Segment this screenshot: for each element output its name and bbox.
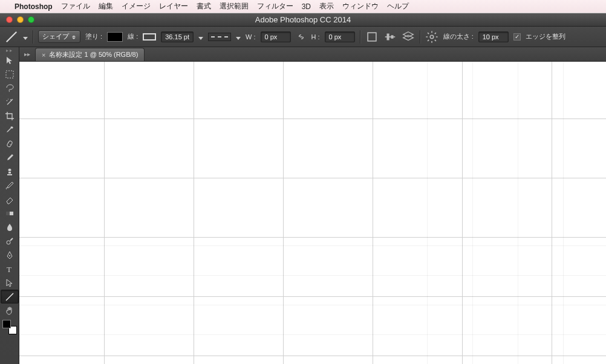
svg-marker-11 <box>403 35 413 40</box>
zoom-window-button[interactable] <box>28 16 34 23</box>
window-titlebar: Adobe Photoshop CC 2014 <box>0 13 606 27</box>
svg-rect-8 <box>386 33 389 40</box>
toolbox: ▸▸ T <box>0 47 19 364</box>
line-tool[interactable] <box>1 290 19 304</box>
separator <box>360 30 360 44</box>
options-bar: シェイプ 塗り : 線 : 36.15 pt W : 0 px H : 0 px… <box>0 27 606 47</box>
menu-3d[interactable]: 3D <box>302 2 311 11</box>
gear-icon[interactable] <box>425 30 438 44</box>
gradient-tool[interactable] <box>1 206 19 220</box>
stroke-label: 線 : <box>128 32 138 41</box>
heal-tool[interactable] <box>1 137 19 151</box>
document-area: ▸▸ × 名称未設定 1 @ 50% (RGB/8) <box>19 47 606 364</box>
svg-line-0 <box>7 31 17 42</box>
path-arrange-icon[interactable] <box>402 30 415 44</box>
fg-bg-colors[interactable] <box>0 317 19 337</box>
align-edges-label: エッジを整列 <box>526 32 565 41</box>
svg-marker-1 <box>23 37 28 40</box>
eraser-tool[interactable] <box>1 192 19 206</box>
svg-point-15 <box>8 142 8 143</box>
svg-rect-13 <box>6 71 13 78</box>
close-tab-icon[interactable]: × <box>42 51 45 59</box>
path-operations-icon[interactable] <box>365 30 379 44</box>
stroke-width-dropdown[interactable] <box>198 34 203 39</box>
width-label: W : <box>246 33 256 41</box>
menu-window[interactable]: ウィンドウ <box>342 1 379 11</box>
link-dimensions-icon[interactable] <box>296 31 307 42</box>
align-edges-checkbox[interactable]: ✓ <box>513 33 521 41</box>
stamp-tool[interactable] <box>1 164 19 178</box>
workspace: ▸▸ T ▸▸ × 名称未設定 1 @ 50% (RGB/8) <box>0 47 606 364</box>
svg-text:T: T <box>7 265 11 274</box>
separator <box>33 30 33 44</box>
stroke-style-dropdown[interactable] <box>236 34 241 39</box>
move-tool[interactable] <box>1 53 19 67</box>
menu-edit[interactable]: 編集 <box>99 1 113 11</box>
svg-rect-14 <box>7 140 13 148</box>
traffic-lights <box>0 16 34 23</box>
line-weight-field[interactable]: 10 px <box>478 31 509 42</box>
hand-tool[interactable] <box>1 304 19 317</box>
menu-select[interactable]: 選択範囲 <box>220 1 249 11</box>
svg-rect-18 <box>6 212 10 215</box>
menu-view[interactable]: 表示 <box>319 1 334 11</box>
svg-point-16 <box>10 144 10 145</box>
height-field[interactable]: 0 px <box>325 31 355 42</box>
tool-mode-label: シェイプ <box>42 32 69 41</box>
type-tool[interactable]: T <box>1 262 19 276</box>
history-brush-tool[interactable] <box>1 178 19 192</box>
document-tabs: ▸▸ × 名称未設定 1 @ 50% (RGB/8) <box>19 47 606 62</box>
stroke-swatch[interactable] <box>143 33 156 41</box>
window-title: Adobe Photoshop CC 2014 <box>0 15 606 24</box>
svg-marker-4 <box>198 37 203 40</box>
canvas[interactable] <box>19 62 606 364</box>
line-weight-label: 線の太さ : <box>443 32 474 41</box>
menu-type[interactable]: 書式 <box>197 1 211 11</box>
toolbox-grip[interactable]: ▸▸ <box>0 47 19 53</box>
svg-rect-9 <box>391 35 393 39</box>
height-label: H : <box>311 33 320 41</box>
expand-panels-icon[interactable]: ▸▸ <box>22 51 33 57</box>
svg-marker-3 <box>72 36 76 37</box>
fill-swatch[interactable] <box>107 32 123 42</box>
svg-point-12 <box>430 35 434 39</box>
width-field[interactable]: 0 px <box>261 31 291 42</box>
dodge-tool[interactable] <box>1 234 19 248</box>
menu-app-name[interactable]: Photoshop <box>15 2 53 11</box>
menu-help[interactable]: ヘルプ <box>387 1 409 11</box>
path-align-icon[interactable] <box>383 30 397 44</box>
svg-point-20 <box>9 255 10 256</box>
svg-marker-10 <box>403 31 413 36</box>
document-tab-title: 名称未設定 1 @ 50% (RGB/8) <box>49 50 138 59</box>
svg-line-22 <box>6 293 13 301</box>
lasso-tool[interactable] <box>1 81 19 95</box>
fill-label: 塗り : <box>85 32 102 41</box>
menu-image[interactable]: イメージ <box>122 1 151 11</box>
line-tool-icon <box>5 30 18 44</box>
blur-tool[interactable] <box>1 220 19 234</box>
mac-menu-bar: Photoshop ファイル 編集 イメージ レイヤー 書式 選択範囲 フィルタ… <box>0 0 606 13</box>
minimize-window-button[interactable] <box>17 16 24 23</box>
close-window-button[interactable] <box>6 16 13 23</box>
eyedropper-tool[interactable] <box>1 123 19 137</box>
brush-tool[interactable] <box>1 151 19 164</box>
tool-mode-select[interactable]: シェイプ <box>38 30 80 43</box>
svg-marker-2 <box>72 37 76 39</box>
stroke-style-select[interactable] <box>208 33 231 41</box>
menu-filter[interactable]: フィルター <box>257 1 293 11</box>
pen-tool[interactable] <box>1 248 19 262</box>
svg-point-19 <box>7 241 10 244</box>
wand-tool[interactable] <box>1 95 19 109</box>
chevron-down-icon <box>71 34 76 39</box>
svg-rect-6 <box>368 33 376 41</box>
document-tab[interactable]: × 名称未設定 1 @ 50% (RGB/8) <box>35 48 145 61</box>
menu-file[interactable]: ファイル <box>61 1 90 11</box>
menu-layer[interactable]: レイヤー <box>159 1 188 11</box>
separator <box>420 30 420 44</box>
svg-marker-5 <box>236 37 241 40</box>
crop-tool[interactable] <box>1 109 19 123</box>
marquee-tool[interactable] <box>1 67 19 81</box>
stroke-width-field[interactable]: 36.15 pt <box>161 31 194 42</box>
path-select-tool[interactable] <box>1 276 19 290</box>
tool-preset-dropdown[interactable] <box>23 34 28 39</box>
